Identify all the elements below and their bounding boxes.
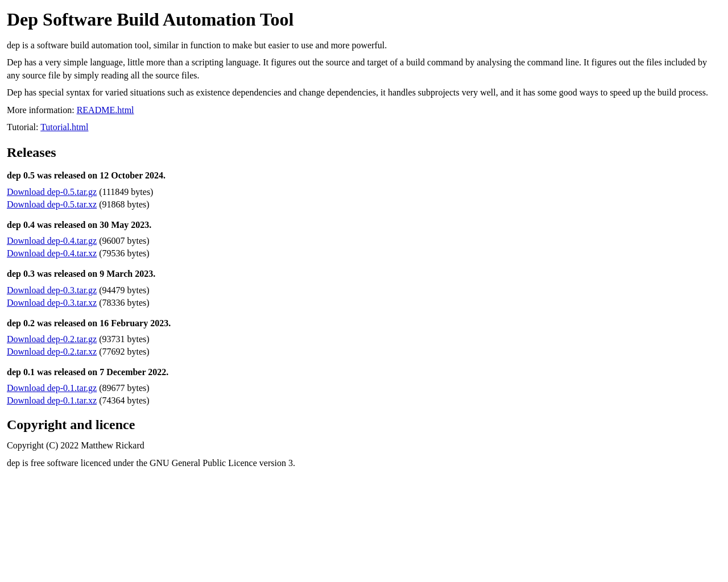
download-line-2-0: Download dep-0.3.tar.gz (94479 bytes) [7, 285, 721, 296]
description-3: Dep has special syntax for varied situat… [7, 86, 721, 99]
release-title-3: dep 0.2 was released on 16 February 2023… [7, 317, 721, 330]
releases-list: dep 0.5 was released on 12 October 2024.… [7, 169, 721, 406]
download-link-1-1[interactable]: Download dep-0.4.tar.xz [7, 248, 97, 258]
readme-link[interactable]: README.html [77, 105, 134, 115]
release-block-2: dep 0.3 was released on 9 March 2023.Dow… [7, 268, 721, 307]
release-block-0: dep 0.5 was released on 12 October 2024.… [7, 169, 721, 209]
copyright-heading: Copyright and licence [7, 417, 721, 433]
download-line-4-1: Download dep-0.1.tar.xz (74364 bytes) [7, 396, 721, 406]
download-line-4-0: Download dep-0.1.tar.gz (89677 bytes) [7, 383, 721, 393]
release-block-4: dep 0.1 was released on 7 December 2022.… [7, 366, 721, 406]
page-title: Dep Software Build Automation Tool [7, 9, 721, 30]
download-link-3-0[interactable]: Download dep-0.2.tar.gz [7, 334, 97, 344]
copyright-line-2: dep is free software licenced under the … [7, 457, 721, 469]
release-title-4: dep 0.1 was released on 7 December 2022. [7, 366, 721, 379]
download-line-1-1: Download dep-0.4.tar.xz (79536 bytes) [7, 248, 721, 259]
download-link-2-0[interactable]: Download dep-0.3.tar.gz [7, 285, 97, 295]
download-line-0-1: Download dep-0.5.tar.xz (91868 bytes) [7, 199, 721, 210]
tutorial-link[interactable]: Tutorial.html [40, 122, 88, 132]
download-line-3-1: Download dep-0.2.tar.xz (77692 bytes) [7, 347, 721, 357]
download-line-1-0: Download dep-0.4.tar.gz (96007 bytes) [7, 236, 721, 246]
download-link-3-1[interactable]: Download dep-0.2.tar.xz [7, 347, 97, 356]
download-link-4-1[interactable]: Download dep-0.1.tar.xz [7, 396, 97, 405]
download-link-0-0[interactable]: Download dep-0.5.tar.gz [7, 187, 97, 197]
description-1: dep is a software build automation tool,… [7, 39, 721, 52]
tutorial-label: Tutorial: [7, 122, 40, 132]
copyright-section: Copyright (C) 2022 Matthew Rickard dep i… [7, 439, 721, 469]
download-link-1-0[interactable]: Download dep-0.4.tar.gz [7, 236, 97, 246]
release-title-2: dep 0.3 was released on 9 March 2023. [7, 268, 721, 280]
download-link-0-1[interactable]: Download dep-0.5.tar.xz [7, 199, 97, 209]
download-link-2-1[interactable]: Download dep-0.3.tar.xz [7, 298, 97, 307]
releases-heading: Releases [7, 145, 721, 160]
more-info-line: More information: README.html [7, 104, 721, 117]
release-title-0: dep 0.5 was released on 12 October 2024. [7, 169, 721, 182]
release-block-1: dep 0.4 was released on 30 May 2023.Down… [7, 219, 721, 259]
tutorial-line: Tutorial: Tutorial.html [7, 121, 721, 134]
download-line-0-0: Download dep-0.5.tar.gz (111849 bytes) [7, 187, 721, 197]
description-2: Dep has a very simple language, little m… [7, 56, 721, 82]
copyright-line-1: Copyright (C) 2022 Matthew Rickard [7, 439, 721, 452]
release-title-1: dep 0.4 was released on 30 May 2023. [7, 219, 721, 231]
download-link-4-0[interactable]: Download dep-0.1.tar.gz [7, 383, 97, 393]
more-info-label: More information: [7, 105, 77, 115]
download-line-2-1: Download dep-0.3.tar.xz (78336 bytes) [7, 298, 721, 308]
download-line-3-0: Download dep-0.2.tar.gz (93731 bytes) [7, 334, 721, 344]
release-block-3: dep 0.2 was released on 16 February 2023… [7, 317, 721, 357]
